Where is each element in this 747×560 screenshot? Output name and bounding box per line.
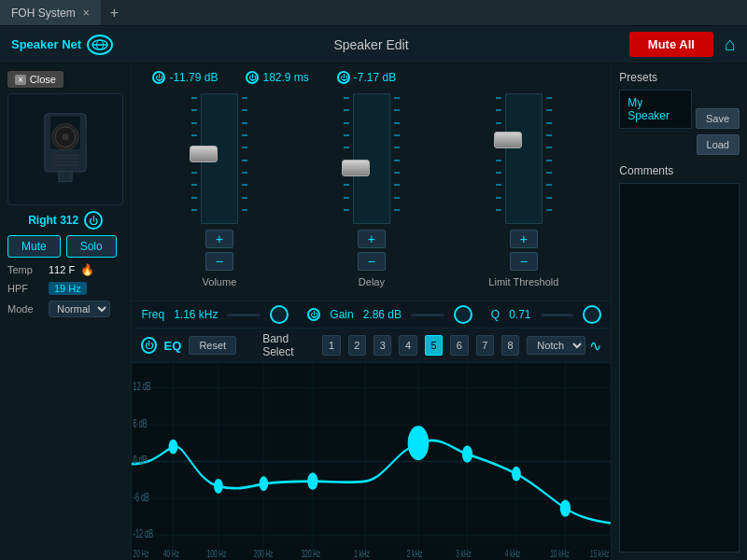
gain-power-icon[interactable]: ⏻: [307, 308, 320, 321]
comments-area[interactable]: [619, 183, 740, 553]
limit-plus-minus: + −: [510, 230, 538, 271]
tick: [344, 147, 349, 148]
filter-select[interactable]: Notch: [527, 336, 585, 355]
volume-meter: ⏻ -11.79 dB: [152, 71, 218, 84]
tick: [242, 134, 247, 136]
volume-plus-minus: + −: [205, 230, 233, 271]
svg-text:1 kHz: 1 kHz: [355, 549, 371, 560]
limit-fader-rail[interactable]: [505, 93, 543, 224]
delay-meter: ⏻ 182.9 ms: [246, 71, 308, 84]
limit-fader-thumb[interactable]: [494, 132, 522, 148]
save-button[interactable]: Save: [696, 108, 740, 129]
tick: [191, 209, 197, 211]
top-bar: Speaker Net Speaker Edit Mute All ⌂: [0, 26, 747, 63]
tick: [344, 97, 349, 99]
mute-solo-row: Mute Solo: [7, 235, 123, 258]
q-value: 0.71: [509, 308, 530, 321]
solo-button[interactable]: Solo: [66, 235, 117, 258]
limit-plus-btn[interactable]: +: [510, 230, 538, 248]
tick: [546, 147, 552, 148]
volume-fader-thumb[interactable]: [190, 146, 218, 162]
q-slider-track[interactable]: [541, 314, 574, 316]
volume-power-circle[interactable]: ⏻: [152, 71, 165, 84]
svg-text:20 Hz: 20 Hz: [134, 549, 149, 560]
preset-item[interactable]: My Speaker: [624, 94, 687, 124]
band-btn-7[interactable]: 7: [476, 335, 494, 356]
delay-fader-rail[interactable]: [353, 93, 390, 224]
volume-plus-btn[interactable]: +: [205, 230, 233, 248]
delay-label: Delay: [359, 276, 385, 287]
freq-knob[interactable]: [270, 305, 289, 324]
gain-value: 2.86 dB: [363, 308, 402, 321]
band-btn-3[interactable]: 3: [374, 335, 391, 356]
tick: [394, 160, 400, 161]
mode-select[interactable]: Normal: [49, 301, 110, 317]
band-btn-2[interactable]: 2: [348, 335, 366, 356]
close-button[interactable]: × Close: [7, 71, 63, 88]
delay-power-circle[interactable]: ⏻: [246, 71, 259, 84]
tab-foh-system[interactable]: FOH System ×: [0, 0, 101, 25]
mute-all-button[interactable]: Mute All: [629, 32, 713, 57]
load-button[interactable]: Load: [697, 134, 740, 155]
tab-title: FOH System: [11, 7, 76, 20]
tick: [191, 184, 197, 186]
tick: [546, 134, 552, 136]
home-icon[interactable]: ⌂: [725, 34, 736, 55]
eq-label: EQ: [164, 339, 182, 353]
mute-button[interactable]: Mute: [7, 235, 61, 258]
delay-plus-btn[interactable]: +: [358, 230, 386, 248]
volume-ticks-right: [242, 93, 247, 215]
eq-power-button[interactable]: ⏻: [141, 337, 156, 354]
temp-value: 112 F: [49, 264, 75, 275]
tick: [394, 147, 400, 148]
hpf-label: HPF: [7, 283, 43, 294]
eq-node-7: [513, 467, 522, 482]
tick: [242, 172, 247, 174]
volume-fader-track: [191, 93, 247, 224]
hpf-value[interactable]: 19 Hz: [49, 282, 87, 295]
band-btn-1[interactable]: 1: [322, 335, 340, 356]
tick: [496, 197, 501, 199]
net-icon[interactable]: [87, 35, 113, 55]
reset-button[interactable]: Reset: [189, 336, 236, 355]
band-btn-6[interactable]: 6: [450, 335, 468, 356]
volume-fader-rail[interactable]: [201, 93, 238, 224]
title-bar: FOH System × +: [0, 0, 747, 26]
tick: [242, 109, 247, 111]
limit-minus-btn[interactable]: −: [510, 252, 538, 271]
presets-list[interactable]: My Speaker: [619, 90, 692, 129]
delay-ticks-left: [344, 93, 349, 215]
gain-slider-track[interactable]: [411, 314, 444, 316]
delay-fader-column: + − Delay: [334, 93, 409, 287]
speaker-power-button[interactable]: ⏻: [84, 211, 103, 230]
band-btn-4[interactable]: 4: [399, 335, 416, 356]
tick: [242, 160, 247, 161]
tick: [394, 97, 400, 99]
limit-label: Limit Threshold: [488, 276, 558, 287]
band-btn-5[interactable]: 5: [425, 335, 443, 356]
delay-fader-thumb[interactable]: [342, 160, 370, 176]
tick: [496, 184, 501, 186]
tick: [242, 209, 247, 211]
tick: [496, 160, 501, 161]
band-btn-8[interactable]: 8: [501, 335, 519, 356]
limit-power-circle[interactable]: ⏻: [337, 71, 350, 84]
tab-close[interactable]: ×: [83, 7, 90, 20]
hpf-row: HPF 19 Hz: [7, 282, 123, 295]
gain-knob[interactable]: [454, 305, 472, 324]
tick: [546, 172, 552, 174]
eq-node-5: [408, 426, 430, 460]
freq-slider-track[interactable]: [227, 314, 261, 316]
right-panel: Presets My Speaker Save Load Comments: [611, 63, 747, 560]
tick: [242, 97, 247, 99]
tick: [191, 197, 197, 199]
add-tab-btn[interactable]: +: [101, 5, 128, 21]
delay-minus-btn[interactable]: −: [358, 252, 386, 271]
filter-type-area: Notch ∿: [527, 336, 601, 355]
center-panel: ⏻ -11.79 dB ⏻ 182.9 ms ⏻ -7.17 dB: [132, 63, 611, 560]
tick: [191, 122, 197, 124]
volume-minus-btn[interactable]: −: [205, 252, 233, 271]
q-knob[interactable]: [583, 305, 601, 324]
speaker-name-row: Right 312 ⏻: [7, 211, 123, 230]
delay-ticks-right: [394, 93, 400, 215]
